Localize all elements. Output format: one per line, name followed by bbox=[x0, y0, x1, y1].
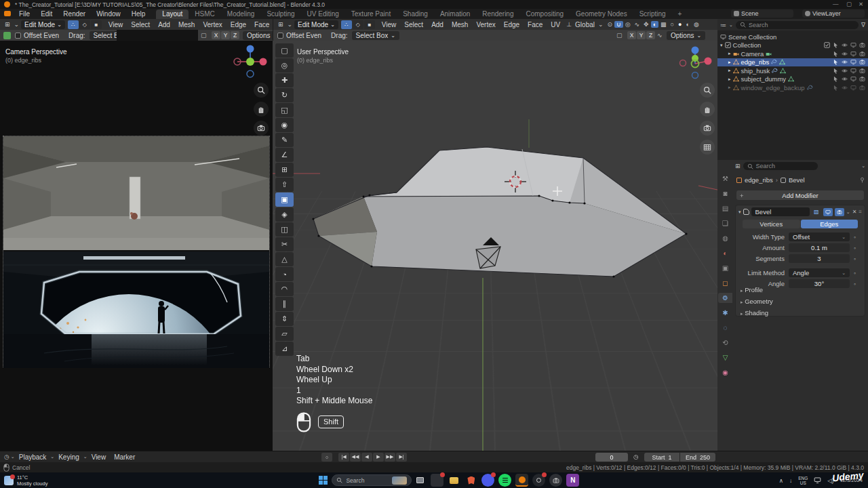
outliner-search-input[interactable]: Search bbox=[736, 21, 859, 29]
workspace-tab-scripting[interactable]: Scripting bbox=[633, 9, 672, 19]
editor-type-chevron[interactable]: ⌄ bbox=[285, 21, 295, 28]
navigation-gizmo[interactable] bbox=[677, 43, 713, 80]
expand-icon[interactable]: ▸ bbox=[728, 85, 731, 90]
current-frame-field[interactable]: 0 bbox=[595, 453, 628, 462]
menu-view[interactable]: View bbox=[87, 453, 111, 461]
pan-hand-icon[interactable] bbox=[700, 102, 715, 117]
menu-uv[interactable]: UV bbox=[547, 21, 564, 28]
workspace-tab-layout[interactable]: Layout bbox=[156, 9, 189, 19]
active-tool-icon[interactable] bbox=[3, 32, 11, 39]
menu-add[interactable]: Add bbox=[154, 21, 174, 28]
camera-viewport[interactable]: Camera Perspective (0) edge_ribs bbox=[0, 41, 273, 451]
expand-icon[interactable]: ▸ bbox=[728, 60, 731, 65]
blender-taskbar-icon[interactable] bbox=[515, 474, 528, 487]
add-workspace-button[interactable]: + bbox=[672, 9, 688, 19]
axis-y-button[interactable]: Y bbox=[221, 31, 230, 39]
tool-poly-build[interactable]: △ bbox=[275, 252, 294, 266]
use-preview-range-icon[interactable]: ◷ bbox=[633, 453, 639, 460]
vertex-select-button[interactable]: ∴ bbox=[341, 20, 352, 29]
camera-app-icon[interactable] bbox=[549, 474, 562, 487]
realtime-display-toggle[interactable] bbox=[823, 208, 833, 216]
modifier-close-button[interactable]: ✕ bbox=[852, 209, 857, 215]
outliner-row-subject-dummy[interactable]: ▸ subject_dummy bbox=[717, 75, 868, 84]
edges-tab[interactable]: Edges bbox=[801, 220, 859, 228]
outliner-row-scene-collection[interactable]: Scene Collection bbox=[717, 33, 868, 41]
menu-add[interactable]: Add bbox=[427, 21, 448, 28]
chat-app-icon[interactable] bbox=[481, 474, 494, 487]
tool-bevel[interactable]: ◈ bbox=[275, 207, 294, 222]
outliner-row-camera[interactable]: ▸ Camera bbox=[717, 49, 868, 58]
tab-world[interactable]: ◐ bbox=[718, 248, 732, 258]
add-modifier-button[interactable]: + Add Modifier bbox=[736, 190, 864, 200]
menu-face[interactable]: Face bbox=[524, 21, 547, 28]
limit-method-dropdown[interactable]: Angle⌄ bbox=[789, 268, 850, 277]
pin-icon[interactable] bbox=[859, 177, 865, 183]
tool-add-cube[interactable]: ⊞ bbox=[275, 163, 294, 177]
tool-shear[interactable]: ▱ bbox=[275, 327, 294, 341]
tool-move[interactable]: ✚ bbox=[275, 73, 294, 87]
tool-measure[interactable]: ∠ bbox=[275, 148, 294, 162]
tool-spin[interactable]: ◔ bbox=[275, 267, 294, 281]
width-type-dropdown[interactable]: Offset⌄ bbox=[789, 232, 850, 241]
axis-z-button[interactable]: Z bbox=[231, 31, 239, 39]
animate-dot[interactable]: ◦ bbox=[854, 234, 861, 241]
menu-edit[interactable]: Edit bbox=[35, 10, 58, 18]
proportional-edit-toggle[interactable]: ◎ bbox=[623, 21, 633, 28]
outliner-mode-chevron[interactable]: ⌄ bbox=[729, 22, 733, 28]
outliner-row-window-edge-backup[interactable]: ▸ window_edge_backup bbox=[717, 83, 868, 92]
editor-type-chevron[interactable]: ⌄ bbox=[12, 21, 22, 28]
workspace-tab-sculpting[interactable]: Sculpting bbox=[260, 9, 300, 19]
tool-transform[interactable]: ◉ bbox=[275, 118, 294, 132]
taskbar-search[interactable]: Search bbox=[332, 474, 412, 486]
edge-select-button[interactable]: ◇ bbox=[79, 20, 90, 29]
expand-icon[interactable]: ▸ bbox=[728, 77, 731, 82]
properties-search-input[interactable]: Search bbox=[743, 162, 818, 170]
blender-menu-icon[interactable] bbox=[4, 11, 11, 16]
spotify-icon[interactable] bbox=[498, 474, 511, 487]
workspace-tab-compositing[interactable]: Compositing bbox=[520, 9, 570, 19]
amount-field[interactable]: 0.1 m bbox=[789, 243, 850, 252]
play-reverse-button[interactable]: ◀ bbox=[361, 453, 372, 462]
menu-edge[interactable]: Edge bbox=[500, 21, 524, 28]
clock-app-icon[interactable] bbox=[431, 474, 443, 487]
vertices-tab[interactable]: Vertices bbox=[743, 220, 800, 228]
edit-mode-display-toggle[interactable]: ▧ bbox=[812, 208, 821, 216]
minimize-button[interactable]: — bbox=[833, 1, 839, 7]
shading-wireframe-button[interactable]: ○ bbox=[669, 21, 676, 28]
expand-icon[interactable]: ▸ bbox=[728, 51, 731, 56]
modifier-name-field[interactable]: Bevel bbox=[751, 207, 810, 216]
outliner-row-edge-ribs[interactable]: ▸ edge_ribs bbox=[717, 58, 868, 67]
tool-knife[interactable]: ✂ bbox=[275, 237, 294, 251]
jump-to-start-button[interactable]: |◀ bbox=[338, 453, 349, 462]
overlays-dropdown[interactable]: ◐ bbox=[651, 21, 658, 28]
gizmos-dropdown[interactable]: ✥ bbox=[642, 21, 651, 28]
angle-field[interactable]: 30° bbox=[789, 279, 850, 288]
task-view-button[interactable] bbox=[414, 474, 427, 487]
tab-constraints[interactable]: ⟲ bbox=[718, 338, 732, 348]
render-display-toggle[interactable] bbox=[835, 208, 844, 216]
menu-help[interactable]: Help bbox=[126, 10, 151, 18]
tab-object[interactable]: ◻ bbox=[718, 278, 732, 288]
tool-smooth[interactable]: ◠ bbox=[275, 282, 294, 296]
tab-view-layer[interactable]: ❏ bbox=[718, 218, 732, 228]
scene-selector[interactable]: Scene bbox=[731, 9, 793, 18]
weather-widget[interactable]: 11°C Mostly cloudy bbox=[4, 474, 47, 487]
section-profile[interactable]: ▸ Profile bbox=[741, 286, 773, 293]
menu-vertex[interactable]: Vertex bbox=[199, 21, 226, 28]
network-icon[interactable] bbox=[814, 476, 821, 484]
tray-download-icon[interactable]: ↓ bbox=[789, 477, 792, 484]
play-button[interactable]: ▶ bbox=[373, 453, 384, 462]
recorder-app-icon[interactable] bbox=[532, 474, 545, 487]
menu-mesh[interactable]: Mesh bbox=[174, 21, 199, 28]
collapse-icon[interactable]: ▾ bbox=[720, 43, 723, 48]
tool-select-box[interactable]: ▢ bbox=[275, 43, 294, 58]
transform-region-icon[interactable]: ▢ bbox=[201, 32, 207, 39]
menu-render[interactable]: Render bbox=[58, 10, 91, 18]
grid-toggle-icon[interactable] bbox=[700, 140, 715, 155]
brave-browser-icon[interactable] bbox=[465, 474, 477, 487]
workspace-tab-geometry-nodes[interactable]: Geometry Nodes bbox=[570, 9, 633, 19]
start-button[interactable] bbox=[317, 474, 330, 487]
face-select-button[interactable]: ■ bbox=[364, 20, 375, 29]
outliner-row-collection[interactable]: ▾ Collection bbox=[717, 41, 868, 50]
tool-rip-region[interactable]: ⊿ bbox=[275, 342, 294, 356]
